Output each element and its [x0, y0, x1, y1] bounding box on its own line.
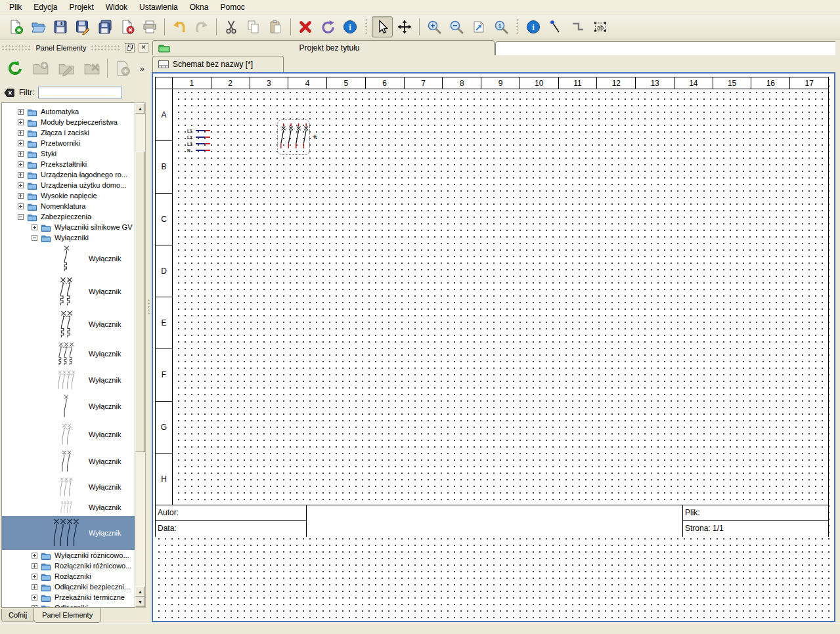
expand-icon[interactable] [18, 119, 24, 125]
cut-button[interactable] [221, 16, 242, 37]
zoom-actual-button[interactable]: 1 [491, 16, 512, 37]
edit-category-button[interactable] [55, 56, 78, 80]
expand-icon[interactable] [32, 563, 37, 569]
element-info-button[interactable]: i [340, 16, 361, 37]
menu-ustawienia[interactable]: Ustawienia [134, 1, 183, 13]
tree-folder-nomenklatura[interactable]: Nomenklatura [2, 201, 135, 211]
expand-icon[interactable] [18, 203, 24, 209]
paste-button[interactable] [265, 16, 286, 37]
new-element-button[interactable] [112, 56, 135, 80]
tree-element-breaker[interactable]: Wyłącznik [2, 308, 135, 340]
add-text-field-button[interactable]: ab [590, 16, 611, 37]
menu-pomoc[interactable]: Pomoc [215, 1, 250, 13]
tab-cofnij[interactable]: Cofnij [1, 609, 34, 622]
schematic-view[interactable]: 1 2 3 4 5 6 7 8 9 10 11 12 13 14 15 16 1… [152, 72, 835, 622]
menu-plik[interactable]: Plik [4, 1, 27, 13]
breaker-element-selected[interactable] [277, 119, 310, 155]
scroll-up-button[interactable]: ▲ [135, 103, 145, 114]
expand-icon[interactable] [32, 553, 37, 559]
element-handle-plus[interactable]: + [313, 133, 317, 142]
zoom-in-button[interactable] [424, 16, 445, 37]
add-orthogonal-conductor-button[interactable] [567, 16, 588, 37]
close-file-button[interactable] [117, 16, 138, 37]
tree-element-breaker[interactable]: Wyłącznik [2, 274, 135, 308]
panel-splitter[interactable] [146, 41, 152, 623]
redo-button[interactable] [191, 16, 212, 37]
scroll-up-button-2[interactable]: ▲ [135, 586, 145, 597]
tree-folder-lagodnego[interactable]: Urządzenia łagodnego ro... [2, 169, 135, 180]
expand-icon[interactable] [32, 595, 37, 601]
tree-folder-wylaczniki-roznicowo[interactable]: Wyłączniki różnicowo... [2, 550, 135, 560]
save-as-button[interactable] [72, 16, 93, 37]
zoom-fit-button[interactable] [468, 16, 489, 37]
collapse-icon[interactable] [32, 235, 37, 241]
menu-projekt[interactable]: Projekt [64, 1, 99, 13]
expand-icon[interactable] [18, 193, 24, 199]
move-tool-button[interactable] [394, 16, 415, 37]
delete-button[interactable] [295, 16, 316, 37]
expand-icon[interactable] [32, 605, 37, 608]
save-all-button[interactable] [95, 16, 116, 37]
tree-folder-odlaczniki[interactable]: Odłączniki [2, 602, 135, 608]
print-button[interactable] [139, 16, 160, 37]
tree-folder-rozlaczniki[interactable]: Rozłączniki [2, 571, 135, 581]
tree-folder-styki[interactable]: Styki [2, 148, 135, 159]
tree-element-breaker[interactable]: Wyłącznik [2, 243, 135, 274]
expand-icon[interactable] [32, 574, 37, 580]
menu-edycja[interactable]: Edycja [28, 1, 62, 13]
tree-folder-zabezpieczenia[interactable]: Zabezpieczenia [2, 211, 135, 222]
rotate-button[interactable] [317, 16, 338, 37]
tree-folder-zlacza[interactable]: Złącza i zaciski [2, 127, 135, 138]
collapse-icon[interactable] [18, 214, 24, 220]
zoom-out-button[interactable] [446, 16, 467, 37]
tree-element-breaker-selected[interactable]: Wyłącznik [2, 516, 135, 550]
open-file-button[interactable] [28, 16, 49, 37]
tree-element-breaker[interactable]: Wyłącznik [2, 420, 135, 448]
menu-okna[interactable]: Okna [185, 1, 214, 13]
tree-folder-odlaczniki-bezp[interactable]: Odłączniki bezpieczni... [2, 581, 135, 592]
supply-terminals-element[interactable]: L1 L2 L3 N [187, 127, 210, 154]
scroll-down-button[interactable]: ▼ [135, 597, 145, 607]
expand-icon[interactable] [32, 584, 37, 590]
expand-icon[interactable] [32, 224, 37, 230]
tree-folder-rozlaczniki-roznicowo[interactable]: Rozłączniki różnicowo... [2, 560, 135, 571]
scrollbar-thumb[interactable] [135, 152, 145, 452]
filter-input[interactable] [38, 87, 122, 98]
tab-panel-elementy[interactable]: Panel Elementy [33, 608, 101, 623]
tree-element-breaker[interactable]: Wyłącznik [2, 392, 135, 420]
add-conductor-button[interactable] [545, 16, 566, 37]
diagram-info-button[interactable]: i [523, 16, 544, 37]
tree-folder-przetworniki[interactable]: Przetworniki [2, 138, 135, 148]
tree-scrollbar[interactable]: ▲ ▲ ▼ [135, 102, 146, 608]
tree-element-breaker[interactable]: Wyłącznik [2, 499, 135, 516]
tree-element-breaker[interactable]: Wyłącznik [2, 368, 135, 392]
new-file-button[interactable] [5, 16, 26, 37]
tree-folder-przekazniki[interactable]: Przekaźniki termiczne [2, 592, 135, 602]
expand-icon[interactable] [18, 182, 24, 188]
tree-folder-wylaczniki[interactable]: Wyłączniki [2, 232, 135, 243]
delete-category-button[interactable] [80, 56, 103, 80]
save-button[interactable] [50, 16, 71, 37]
expand-icon[interactable] [18, 151, 24, 157]
tab-project[interactable]: Projekt bez tytułu [152, 40, 495, 55]
expand-icon[interactable] [18, 130, 24, 136]
expand-icon[interactable] [18, 161, 24, 167]
expand-icon[interactable] [18, 140, 24, 146]
clear-filter-icon[interactable] [4, 87, 15, 98]
reload-collections-button[interactable] [4, 56, 27, 80]
tree-folder-wylaczniki-gv[interactable]: Wyłączniki silnikowe GV [2, 222, 135, 232]
tree-element-breaker[interactable]: Wyłącznik [2, 340, 135, 368]
elements-panel-titlebar[interactable]: Panel Elementy ✕ [1, 42, 148, 53]
menu-widok[interactable]: Widok [100, 1, 133, 13]
tree-folder-automatyka[interactable]: Automatyka [2, 106, 135, 117]
tree-folder-domowe[interactable]: Urządzenia użytku domo... [2, 180, 135, 190]
expand-icon[interactable] [18, 109, 24, 115]
float-panel-button[interactable] [125, 43, 135, 53]
tree-folder-wysokie[interactable]: Wysokie napięcie [2, 190, 135, 201]
tree-element-breaker[interactable]: Wyłącznik [2, 448, 135, 475]
select-tool-button[interactable] [372, 16, 393, 37]
new-category-button[interactable] [30, 56, 53, 80]
tree-folder-przeksztaltniki[interactable]: Przekształtniki [2, 159, 135, 169]
tab-schema[interactable]: Schemat bez nazwy [*] [152, 56, 284, 72]
tree-element-breaker[interactable]: Wyłącznik [2, 475, 135, 499]
